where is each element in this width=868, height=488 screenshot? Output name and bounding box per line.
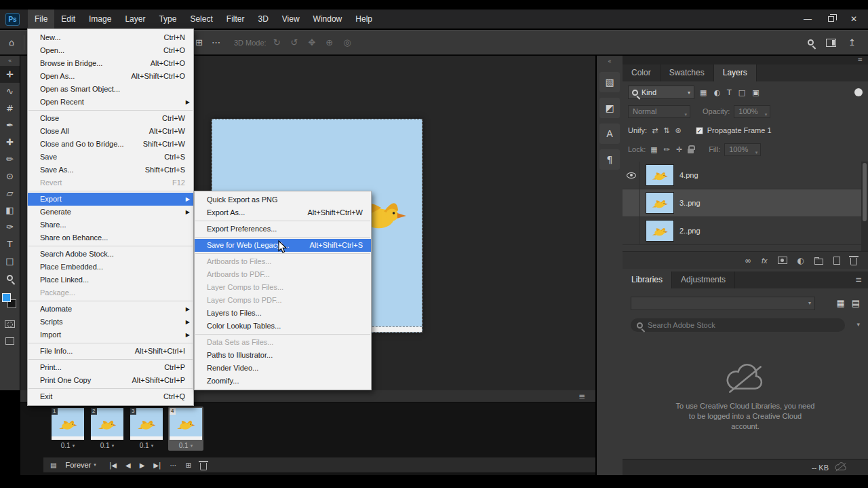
kind-filter-select[interactable]: Kind ▾ [628, 86, 694, 99]
tab-swatches[interactable]: Swatches [660, 64, 714, 81]
menu-item-color-lookup-tables[interactable]: Color Lookup Tables... [195, 320, 371, 333]
menu-filter[interactable]: Filter [220, 10, 252, 29]
play-button[interactable]: ▶ [140, 462, 145, 469]
type-layer-filter-icon[interactable]: T [726, 88, 733, 97]
zoom-tool[interactable] [0, 269, 20, 286]
share-icon[interactable]: ↥ [848, 37, 856, 48]
menu-item-export[interactable]: Export▶ [28, 193, 193, 206]
first-frame-button[interactable]: |◀ [109, 462, 117, 469]
stock-search-field[interactable] [631, 318, 845, 332]
new-group-icon[interactable] [814, 259, 823, 265]
foreground-color-swatch[interactable] [2, 293, 11, 302]
menu-item-export-as[interactable]: Export As...Alt+Shift+Ctrl+W [195, 206, 371, 219]
menu-item-close[interactable]: CloseCtrl+W [28, 112, 193, 125]
timeline-menu-icon[interactable]: ≡ [572, 390, 591, 402]
frame-4[interactable]: 40.1▾ [168, 407, 203, 451]
menu-item-open-recent[interactable]: Open Recent▶ [28, 96, 193, 109]
menu-item-generate[interactable]: Generate▶ [28, 206, 193, 219]
menu-item-zoomify[interactable]: Zoomify... [195, 375, 371, 388]
menu-item-import[interactable]: Import▶ [28, 329, 193, 341]
lock-position-icon[interactable]: ✛ [675, 145, 683, 154]
3d-roll-icon[interactable]: ↺ [289, 36, 300, 49]
menu-item-scripts[interactable]: Scripts▶ [28, 316, 193, 329]
menu-item-close-all[interactable]: Close AllAlt+Ctrl+W [28, 125, 193, 138]
unify-visibility-icon[interactable]: ⇅ [663, 126, 670, 135]
adjustment-layer-icon[interactable]: ◐ [797, 256, 804, 265]
next-frame-button[interactable]: ▶| [153, 462, 161, 469]
menu-item-place-linked[interactable]: Place Linked... [28, 274, 193, 286]
menu-item-exit[interactable]: ExitCtrl+Q [28, 390, 193, 403]
menu-item-open-as-smart-object[interactable]: Open as Smart Object... [28, 83, 193, 96]
curves-panel-icon[interactable]: ▧ [599, 72, 620, 92]
crop-tool[interactable]: # [0, 100, 20, 117]
brush-tool[interactable]: ✏ [0, 151, 20, 168]
menu-item-open[interactable]: Open...Ctrl+O [28, 44, 193, 57]
lock-transparent-pixels-icon[interactable]: ▦ [650, 145, 658, 154]
menu-item-open-as[interactable]: Open As...Alt+Shift+Ctrl+O [28, 70, 193, 83]
properties-panel-icon[interactable]: ◩ [599, 98, 620, 118]
shape-tool[interactable]: □ [0, 252, 20, 269]
layer-effects-icon[interactable]: fx [762, 257, 768, 265]
tab-adjustments[interactable]: Adjustments [672, 271, 735, 288]
layer-filter-toggle[interactable] [854, 88, 863, 96]
close-button[interactable]: ✕ [850, 14, 857, 24]
tab-layers[interactable]: Layers [714, 64, 757, 81]
3d-rotate-icon[interactable]: ↻ [271, 36, 283, 49]
panel-menu-icon[interactable]: ≡ [857, 56, 863, 63]
layer-row-3-png[interactable]: 3..png [623, 189, 861, 217]
duplicate-frame-button[interactable]: ⊞ [185, 462, 191, 469]
frame-delay-selector[interactable]: 0.1▾ [170, 442, 202, 449]
smart-object-filter-icon[interactable]: ▣ [751, 88, 760, 97]
menu-item-browse-in-bridge[interactable]: Browse in Bridge...Alt+Ctrl+O [28, 57, 193, 70]
lock-image-pixels-icon[interactable]: ✏ [663, 145, 671, 154]
frame-delay-selector[interactable]: 0.1▾ [91, 442, 123, 449]
add-layer-mask-icon[interactable] [778, 257, 787, 264]
menu-item-save-as[interactable]: Save As...Shift+Ctrl+S [28, 164, 193, 176]
menu-item-print-one-copy[interactable]: Print One CopyAlt+Shift+Ctrl+P [28, 374, 193, 387]
menu-item-print[interactable]: Print...Ctrl+P [28, 361, 193, 374]
search-icon[interactable] [808, 39, 814, 45]
tab-color[interactable]: Color [623, 64, 660, 81]
expand-panels-icon[interactable]: « [608, 56, 612, 67]
menu-item-place-embedded[interactable]: Place Embedded... [28, 261, 193, 274]
menu-type[interactable]: Type [152, 10, 183, 29]
delete-frame-button[interactable] [200, 463, 207, 470]
menu-item-automate[interactable]: Automate▶ [28, 303, 193, 316]
scrollbar-thumb[interactable] [863, 163, 867, 221]
frame-delay-selector[interactable]: 0.1▾ [130, 442, 163, 449]
list-view-icon[interactable]: ▤ [852, 298, 860, 308]
collapse-tools-icon[interactable]: « [0, 56, 20, 66]
3d-slide-icon[interactable]: ⊕ [323, 36, 335, 49]
layer-row-2-png[interactable]: 2..png [623, 217, 861, 245]
layer-visibility-toggle[interactable] [623, 189, 640, 217]
menu-image[interactable]: Image [82, 10, 118, 29]
frame-2[interactable]: 20.1▾ [90, 407, 125, 451]
frame-3[interactable]: 30.1▾ [129, 407, 164, 451]
panel-menu-icon[interactable]: ≡ [849, 271, 868, 288]
clone-stamp-tool[interactable]: ⊙ [0, 168, 20, 185]
loop-count-selector[interactable]: Forever ▾ [65, 461, 96, 469]
lasso-tool[interactable]: ∿ [0, 83, 20, 100]
paragraph-panel-icon[interactable]: ¶ [599, 149, 620, 170]
menu-item-file-info[interactable]: File Info...Alt+Shift+Ctrl+I [28, 345, 193, 358]
menu-item-quick-export-as-png[interactable]: Quick Export as PNG [195, 193, 371, 206]
tween-frames-button[interactable]: ⋯ [170, 462, 176, 469]
menu-item-export-preferences[interactable]: Export Preferences... [195, 223, 371, 236]
move-tool[interactable]: ✛ [0, 66, 20, 83]
menu-item-share[interactable]: Share... [28, 219, 193, 231]
character-panel-icon[interactable]: A [599, 124, 620, 144]
new-layer-icon[interactable] [833, 257, 840, 265]
menu-window[interactable]: Window [307, 10, 349, 29]
pen-tool[interactable]: ✑ [0, 219, 20, 236]
layers-scrollbar[interactable] [861, 162, 868, 258]
menu-item-close-and-go-to-bridge[interactable]: Close and Go to Bridge...Shift+Ctrl+W [28, 138, 193, 151]
3d-scale-icon[interactable]: ◎ [341, 36, 353, 49]
menu-select[interactable]: Select [183, 10, 219, 29]
menu-item-save[interactable]: SaveCtrl+S [28, 151, 193, 164]
eyedropper-tool[interactable]: ✒ [0, 117, 20, 134]
lock-all-icon[interactable] [688, 149, 694, 153]
screen-mode-icon[interactable] [5, 337, 14, 345]
tab-libraries[interactable]: Libraries [623, 271, 672, 288]
type-tool[interactable]: T [0, 236, 20, 252]
menu-item-render-video[interactable]: Render Video... [195, 362, 371, 375]
